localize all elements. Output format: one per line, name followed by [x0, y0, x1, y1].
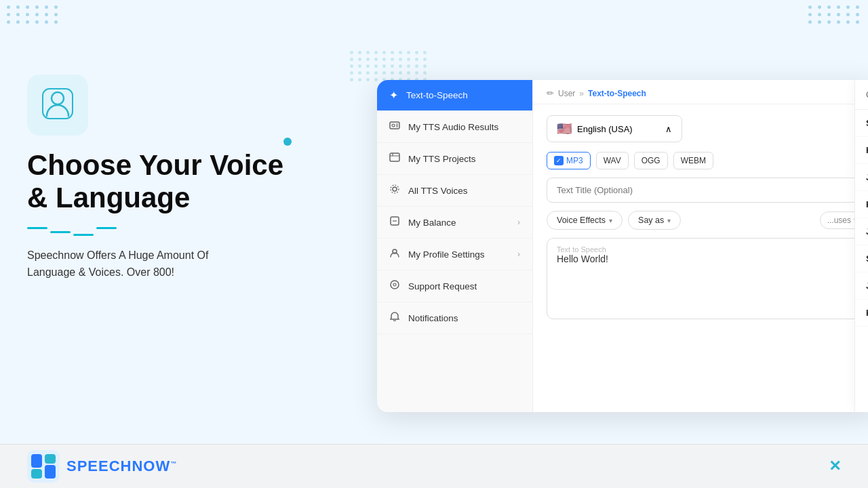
sidebar-item-balance[interactable]: My Balance › [377, 207, 532, 239]
voice-effects-button[interactable]: Voice Effects ▾ [547, 211, 623, 230]
svg-point-0 [52, 92, 64, 104]
close-button[interactable]: ✕ [829, 458, 841, 475]
dots-mid [350, 51, 428, 81]
voice-dropdown: Choose Your Voice: ∨ Salli (Female) (Neu… [854, 80, 868, 412]
bottom-bar: SPEECHNOW™ ✕ [0, 444, 868, 488]
say-as-chevron-icon: ▾ [667, 217, 671, 224]
svg-rect-7 [390, 153, 399, 161]
sidebar-item-support[interactable]: Support Request [377, 270, 532, 302]
format-webm[interactable]: WEBM [673, 152, 713, 169]
voice-item-salli[interactable]: Salli (Female) [855, 245, 868, 272]
say-as-button[interactable]: Say as ▾ [628, 211, 681, 230]
language-label: English (USA) [577, 124, 633, 134]
sidebar-item-profile[interactable]: My Profile Settings › [377, 239, 532, 270]
breadcrumb: ✏ User » Text-to-Speech [533, 80, 868, 104]
breadcrumb-current: Text-to-Speech [588, 89, 646, 98]
balance-arrow-icon: › [517, 218, 520, 227]
user-icon [40, 86, 75, 124]
voice-item-joey-neural[interactable]: Joey (Male) (Neural) [855, 164, 868, 191]
svg-rect-21 [45, 454, 56, 464]
voice-effects-chevron-icon: ▾ [609, 217, 612, 224]
svg-point-10 [393, 187, 397, 191]
content-area: 🇺🇸 English (USA) ∧ ✓ MP3 WAV OGG WEB [533, 104, 868, 412]
all-voices-icon [389, 184, 400, 197]
format-buttons: ✓ MP3 WAV OGG WEBM [547, 152, 865, 169]
sidebar: ✦ Text-to-Speech My TTS Audio Results My… [377, 80, 533, 412]
sub-description: Speechnow Offers A Huge Amount Of Langua… [27, 247, 346, 281]
svg-point-16 [393, 283, 396, 286]
svg-rect-19 [31, 454, 42, 468]
svg-rect-20 [31, 469, 42, 479]
logo-text: SPEECHNOW™ [66, 458, 177, 475]
format-mp3[interactable]: ✓ MP3 [547, 152, 591, 169]
main-content: ✏ User » Text-to-Speech 🇺🇸 English (USA)… [533, 80, 868, 412]
profile-arrow-icon: › [517, 249, 520, 259]
text-title-input[interactable] [547, 178, 865, 203]
audio-results-icon [389, 120, 400, 134]
voice-item-justin-neural[interactable]: Justin (Male(child)) (Neural) [855, 218, 868, 245]
avatar [27, 75, 88, 136]
svg-point-15 [391, 281, 399, 289]
projects-icon [389, 152, 400, 165]
notifications-icon [389, 311, 400, 325]
voice-item-kevin-neural[interactable]: Kevin (Male(child)) (Neural) [855, 300, 868, 327]
logo-icon [27, 450, 60, 483]
support-icon [389, 279, 400, 293]
breadcrumb-user: User [558, 89, 575, 98]
wave-decoration [27, 227, 346, 236]
svg-point-11 [391, 185, 399, 193]
page-title: Choose Your Voice & Language [27, 149, 346, 215]
logo: SPEECHNOW™ [27, 450, 177, 483]
format-wav[interactable]: WAV [596, 152, 629, 169]
say-as-label: Say as [638, 216, 664, 225]
dots-top-right [808, 5, 861, 24]
balance-icon [389, 216, 400, 229]
tts-placeholder: Text to Speech [557, 245, 855, 253]
sidebar-item-projects[interactable]: My TTS Projects [377, 143, 532, 175]
sidebar-item-notifications[interactable]: Notifications [377, 302, 532, 334]
mp3-check-icon: ✓ [554, 156, 564, 165]
language-chevron-icon: ∧ [665, 124, 672, 134]
tts-icon: ✦ [389, 89, 398, 102]
language-selector[interactable]: 🇺🇸 English (USA) ∧ [547, 115, 682, 142]
svg-rect-22 [45, 465, 56, 479]
language-flag: 🇺🇸 [557, 121, 572, 136]
voice-item-salli-neural[interactable]: Salli (Female) (Neural) [855, 110, 868, 137]
sidebar-item-tts[interactable]: ✦ Text-to-Speech [377, 80, 532, 111]
breadcrumb-separator: » [579, 89, 584, 98]
tts-textarea-container: Text to Speech Hello World! [547, 238, 865, 319]
svg-point-3 [392, 124, 395, 127]
profile-icon [389, 247, 400, 261]
voice-item-joey[interactable]: Joey (Male) [855, 272, 868, 300]
sidebar-item-all-voices[interactable]: All TTS Voices [377, 175, 532, 207]
voice-effects-label: Voice Effects [557, 216, 606, 225]
controls-row: Voice Effects ▾ Say as ▾ ...uses ▾ [547, 211, 865, 230]
tts-content[interactable]: Hello World! [557, 253, 855, 264]
sidebar-item-audio-results[interactable]: My TTS Audio Results [377, 111, 532, 143]
app-panel: ✦ Text-to-Speech My TTS Audio Results My… [377, 80, 868, 412]
format-ogg[interactable]: OGG [634, 152, 668, 169]
dots-top-left [7, 5, 60, 24]
breadcrumb-icon: ✏ [547, 88, 554, 98]
pauses-label: ...uses [827, 216, 851, 225]
voice-item-kimberly[interactable]: Kimberly (Female) [855, 191, 868, 218]
voice-item-kendra[interactable]: Kendra (Female) [855, 137, 868, 164]
left-panel: Choose Your Voice & Language Speechnow O… [27, 75, 346, 281]
voice-dropdown-header[interactable]: Choose Your Voice: ∨ [855, 80, 868, 110]
